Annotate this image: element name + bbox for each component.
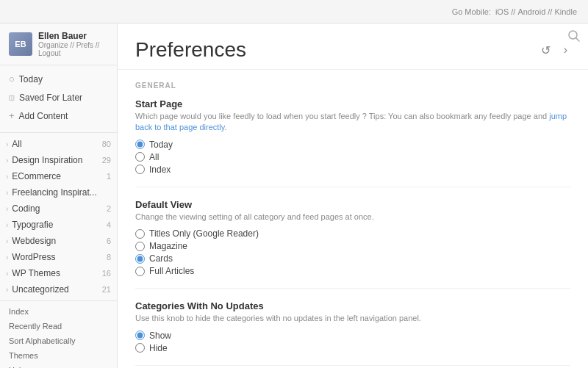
- radio-today[interactable]: [135, 140, 145, 149]
- category-count-coding: 2: [107, 204, 111, 213]
- avatar: EB: [9, 32, 32, 56]
- sidebar-category-wpthemes[interactable]: › WP Themes 16: [0, 265, 117, 281]
- pref-section-categories-no-updates: Categories With No Updates Use this knob…: [135, 300, 570, 365]
- pref-title-default-view: Default View: [135, 199, 570, 210]
- svg-line-1: [576, 38, 580, 42]
- radio-option-all[interactable]: All: [135, 152, 570, 162]
- sidebar-category-coding[interactable]: › Coding 2: [0, 201, 117, 217]
- chevron-icon-ecommerce: ›: [6, 173, 8, 181]
- radio-titles-only[interactable]: [135, 229, 145, 239]
- category-count-typografie: 4: [107, 220, 111, 229]
- sep1: //: [511, 7, 515, 16]
- general-section-label: GENERAL: [135, 82, 570, 90]
- content-header: Preferences ↺ ›: [118, 24, 588, 70]
- chevron-icon-webdesign: ›: [6, 237, 8, 245]
- sidebar-label-saved: Saved For Later: [19, 93, 82, 103]
- radio-option-hide[interactable]: Hide: [135, 343, 570, 353]
- kindle-link[interactable]: Kindle: [554, 7, 577, 16]
- radio-option-titles-only[interactable]: Titles Only (Google Reader): [135, 228, 570, 239]
- radio-group-categories-no-updates: Show Hide: [135, 331, 570, 353]
- top-bar: Go Mobile: iOS // Android // Kindle: [0, 0, 588, 24]
- radio-option-index[interactable]: Index: [135, 165, 570, 175]
- pref-desc-default-view: Change the viewing setting of all catego…: [135, 212, 570, 223]
- footer-item-recently-read[interactable]: Recently Read: [0, 319, 117, 333]
- radio-magazine[interactable]: [135, 242, 145, 251]
- radio-option-today[interactable]: Today: [135, 140, 570, 150]
- footer-item-help[interactable]: Help: [0, 363, 117, 368]
- sidebar-label-today: Today: [19, 74, 43, 84]
- prefs-link[interactable]: Prefs: [76, 41, 93, 49]
- search-button[interactable]: [567, 29, 581, 46]
- category-count-wpthemes: 16: [102, 269, 111, 278]
- user-links: Organize // Prefs // Logout: [38, 41, 108, 57]
- sidebar-item-saved[interactable]: ⎅ Saved For Later: [0, 88, 117, 107]
- sidebar-category-ecommerce[interactable]: › ECommerce 1: [0, 168, 117, 184]
- refresh-button[interactable]: ↺: [538, 40, 553, 60]
- pref-section-start-page: Start Page Which page would you like fee…: [135, 98, 570, 187]
- category-label-wordpress: WordPress: [12, 252, 55, 262]
- footer-item-sort[interactable]: Sort Alphabetically: [0, 333, 117, 348]
- sidebar: EB Ellen Bauer Organize // Prefs // Logo…: [0, 24, 118, 368]
- sidebar-footer: Index Recently Read Sort Alphabetically …: [0, 300, 117, 368]
- sidebar-item-today[interactable]: ○ Today: [0, 70, 117, 88]
- category-label-all: All: [12, 139, 21, 149]
- chevron-icon-uncategorized: ›: [6, 286, 8, 294]
- user-name: Ellen Bauer: [38, 31, 108, 41]
- sep2: //: [548, 7, 552, 16]
- sidebar-category-uncategorized[interactable]: › Uncategorized 21: [0, 281, 117, 297]
- sidebar-item-add-content[interactable]: + Add Content: [0, 107, 117, 125]
- radio-index[interactable]: [135, 165, 145, 174]
- sidebar-category-typografie[interactable]: › Typografie 4: [0, 217, 117, 233]
- categories-list: › All 80 › Design Inspiration 29 › EComm: [0, 136, 117, 297]
- category-count-wordpress: 8: [107, 253, 111, 261]
- header-actions: ↺ ›: [538, 40, 570, 60]
- radio-full-articles[interactable]: [135, 267, 145, 276]
- pref-desc-categories-no-updates: Use this knob to hide the categories wit…: [135, 313, 570, 324]
- radio-option-full-articles[interactable]: Full Articles: [135, 266, 570, 276]
- ios-link[interactable]: iOS: [495, 7, 509, 16]
- sidebar-category-freelancing[interactable]: › Freelancing Inspirat...: [0, 184, 117, 201]
- logout-link[interactable]: Logout: [38, 49, 61, 57]
- radio-show[interactable]: [135, 331, 145, 340]
- sidebar-label-add-content: Add Content: [19, 111, 68, 121]
- pref-title-start-page: Start Page: [135, 98, 570, 109]
- category-label-wpthemes: WP Themes: [12, 268, 60, 278]
- radio-group-start-page: Today All Index: [135, 140, 570, 175]
- user-section: EB Ellen Bauer Organize // Prefs // Logo…: [0, 24, 117, 65]
- category-label-typografie: Typografie: [12, 220, 53, 230]
- chevron-icon-freelancing: ›: [6, 189, 8, 197]
- bookmark-icon: ⎅: [9, 92, 15, 103]
- radio-hide[interactable]: [135, 343, 145, 353]
- chevron-icon-coding: ›: [6, 205, 8, 213]
- chevron-icon-typografie: ›: [6, 221, 8, 229]
- footer-item-themes[interactable]: Themes: [0, 348, 117, 363]
- chevron-icon-wpthemes: ›: [6, 270, 8, 278]
- category-label-freelancing: Freelancing Inspirat...: [12, 187, 96, 198]
- category-label-uncategorized: Uncategorized: [12, 284, 68, 295]
- footer-item-index[interactable]: Index: [0, 304, 117, 319]
- content-area: Preferences ↺ › GENERAL Start Page Which…: [118, 24, 588, 368]
- radio-group-default-view: Titles Only (Google Reader) Magazine Car…: [135, 228, 570, 276]
- android-link[interactable]: Android: [517, 7, 545, 16]
- category-count-design: 29: [102, 156, 111, 165]
- pref-desc-start-page: Which page would you like feedly to load…: [135, 111, 570, 134]
- radio-option-cards[interactable]: Cards: [135, 253, 570, 264]
- chevron-icon-design: ›: [6, 156, 8, 165]
- category-count-ecommerce: 1: [107, 172, 111, 181]
- prefs-content: GENERAL Start Page Which page would you …: [118, 70, 588, 368]
- category-count-uncategorized: 21: [102, 285, 111, 294]
- radio-all[interactable]: [135, 152, 145, 162]
- sidebar-category-design[interactable]: › Design Inspiration 29: [0, 152, 117, 168]
- jump-back-link[interactable]: jump back to that page directly: [135, 112, 567, 131]
- category-count-all: 80: [102, 140, 111, 148]
- radio-option-magazine[interactable]: Magazine: [135, 241, 570, 251]
- organize-link[interactable]: Organize: [38, 41, 68, 49]
- sidebar-category-webdesign[interactable]: › Webdesign 6: [0, 233, 117, 249]
- radio-option-show[interactable]: Show: [135, 331, 570, 341]
- category-label-coding: Coding: [12, 203, 40, 214]
- radio-cards[interactable]: [135, 254, 145, 264]
- plus-icon: +: [9, 110, 15, 121]
- sidebar-category-all[interactable]: › All 80: [0, 136, 117, 152]
- sidebar-nav: ○ Today ⎅ Saved For Later + Add Content: [0, 65, 117, 129]
- sidebar-category-wordpress[interactable]: › WordPress 8: [0, 249, 117, 265]
